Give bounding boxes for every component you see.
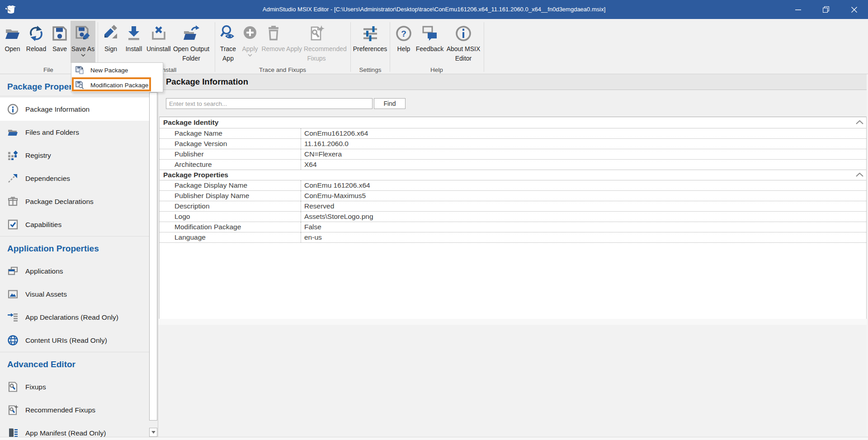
property-value[interactable]: Reserved [301, 201, 866, 211]
apply-button[interactable]: Apply [240, 21, 260, 63]
reload-button[interactable]: Reload [24, 21, 49, 63]
sidebar-item-package-information[interactable]: Package Information [0, 98, 149, 121]
sidebar-item-label: Dependencies [25, 167, 70, 190]
table-row[interactable]: Publisher CN=Flexera [160, 149, 866, 160]
table-row[interactable]: Package Name ConEmu161206.x64 [160, 128, 866, 139]
help-button[interactable]: ? Help [394, 21, 414, 63]
sidebar-item-content-uris[interactable]: Content URIs (Read Only) [0, 329, 149, 352]
ribbon-group-label-install: Install [160, 66, 197, 74]
table-section-header-package-identity[interactable]: Package Identity [160, 117, 866, 128]
sidebar-item-files-and-folders[interactable]: Files and Folders [0, 121, 149, 144]
table-row[interactable]: Package Version 11.161.2060.0 [160, 139, 866, 149]
feedback-button[interactable]: Feedback [414, 21, 446, 63]
sidebar-item-app-manifest[interactable]: App Manifest (Read Only) [0, 421, 149, 437]
sidebar-scrollbar-down-button[interactable] [149, 428, 157, 437]
save-as-icon [75, 25, 92, 42]
sidebar-item-fixups[interactable]: Fixups [0, 375, 149, 398]
menu-item-modification-package[interactable]: Modification Package [71, 78, 163, 93]
property-value[interactable]: Assets\StoreLogo.png [301, 212, 866, 222]
sidebar-scrollbar-thumb[interactable] [149, 92, 157, 421]
install-button[interactable]: Install [121, 21, 146, 63]
open-output-folder-button[interactable]: Open Output Folder [170, 21, 213, 63]
ribbon-button-label: Save As [71, 44, 95, 54]
ribbon-button-label: Uninstall [146, 44, 170, 54]
table-section-header-package-properties[interactable]: Package Properties [160, 170, 866, 180]
group-separator [215, 22, 215, 72]
table-section-title: Package Identity [163, 118, 218, 126]
menu-item-new-package[interactable]: New Package [71, 63, 163, 78]
table-row[interactable]: Description Reserved [160, 201, 866, 212]
ribbon-button-label: Apply Recommended Fixups [285, 44, 348, 63]
sign-button[interactable]: Sign [100, 21, 121, 63]
property-value[interactable]: X64 [301, 160, 866, 170]
table-row[interactable]: Publisher Display Name ConEmu-Maximus5 [160, 191, 866, 201]
sidebar-item-visual-assets[interactable]: Visual Assets [0, 283, 149, 306]
close-icon [851, 7, 857, 13]
globe-icon [7, 335, 19, 346]
remove-button[interactable]: Remove [260, 21, 286, 63]
table-row[interactable]: Modification Package False [160, 222, 866, 232]
property-value[interactable]: ConEmu-Maximus5 [301, 191, 866, 201]
table-row[interactable]: Architecture X64 [160, 160, 866, 170]
property-value[interactable]: CN=Flexera [301, 149, 866, 159]
sign-pencil-icon [102, 25, 119, 42]
sidebar-item-label: Fixups [25, 375, 46, 398]
property-name: Publisher Display Name [160, 191, 301, 201]
sidebar-item-capabilities[interactable]: Capabilities [0, 213, 149, 236]
about-info-icon [455, 25, 472, 42]
sidebar-item-app-declarations[interactable]: App Declarations (Read Only) [0, 306, 149, 329]
table-row[interactable]: Package Display Name ConEmu 161206.x64 [160, 180, 866, 191]
property-name: Description [160, 201, 301, 211]
uninstall-button[interactable]: Uninstall [146, 21, 170, 63]
property-value[interactable]: ConEmu 161206.x64 [301, 180, 866, 190]
content-empty-area [158, 319, 867, 437]
search-input[interactable] [166, 98, 373, 109]
find-button[interactable]: Find [374, 98, 406, 109]
property-value[interactable]: ConEmu161206.x64 [301, 128, 866, 138]
property-value[interactable]: False [301, 222, 866, 232]
ribbon-button-label: Save [49, 44, 71, 54]
sidebar-section-advanced-editor: Advanced Editor [7, 353, 75, 376]
sidebar-item-dependencies[interactable]: Dependencies [0, 167, 149, 190]
close-button[interactable] [844, 0, 864, 19]
table-row[interactable]: Language en-us [160, 232, 866, 243]
trace-app-button[interactable]: Trace App [217, 21, 240, 63]
preferences-button[interactable]: Preferences [352, 21, 388, 63]
property-name: Language [160, 232, 301, 242]
help-question-icon: ? [395, 25, 412, 42]
modification-package-icon [75, 80, 84, 90]
sidebar-item-registry[interactable]: Registry [0, 144, 149, 167]
save-as-button[interactable]: Save As [71, 21, 95, 63]
sidebar-item-package-declarations[interactable]: Package Declarations [0, 190, 149, 213]
table-row[interactable]: Logo Assets\StoreLogo.png [160, 212, 866, 222]
property-value[interactable]: en-us [301, 232, 866, 242]
page-header-band: Package Information [158, 74, 867, 90]
open-button[interactable]: Open [1, 21, 24, 63]
sidebar-item-label: Visual Assets [25, 283, 67, 306]
sidebar-item-recommended-fixups[interactable]: Recommended Fixups [0, 398, 149, 421]
restore-button[interactable] [816, 0, 836, 19]
property-name: Architecture [160, 160, 301, 170]
chevron-up-icon[interactable] [856, 120, 863, 124]
minimize-button[interactable] [788, 0, 808, 19]
apply-recommended-fixups-button[interactable]: Apply Recommended Fixups [285, 21, 348, 63]
property-name: Package Version [160, 139, 301, 149]
sidebar-item-label: Package Declarations [25, 190, 94, 213]
ribbon-button-label: Trace App [217, 44, 240, 63]
app-windows-icon [7, 265, 19, 277]
save-button[interactable]: Save [49, 21, 71, 63]
sidebar-item-applications[interactable]: Applications [0, 260, 149, 283]
window-bottom-edge [0, 437, 868, 440]
sidebar-item-label: Files and Folders [25, 121, 79, 144]
about-msix-editor-button[interactable]: About MSIX Editor [444, 21, 482, 63]
remove-trash-icon [265, 25, 282, 42]
ribbon-button-label: Install [121, 44, 146, 54]
group-separator [390, 22, 390, 72]
trace-app-icon [220, 25, 237, 42]
ribbon-button-label: About MSIX Editor [444, 44, 482, 63]
ribbon-group-label-trace-and-fixups: Trace and Fixups [246, 66, 319, 74]
property-value[interactable]: 11.161.2060.0 [301, 139, 866, 149]
ribbon-button-label: Preferences [352, 44, 388, 54]
chevron-up-icon[interactable] [856, 173, 863, 177]
sidebar-separator [0, 96, 149, 96]
